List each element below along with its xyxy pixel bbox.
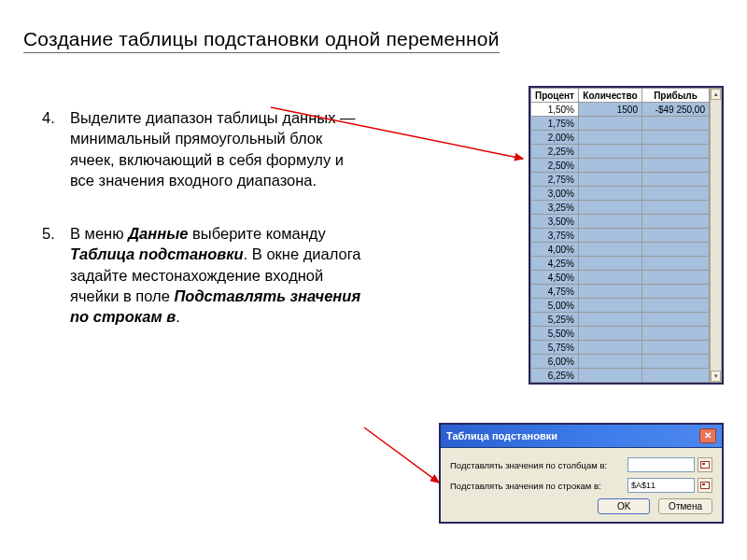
table-row: 5,75% <box>530 341 709 355</box>
cell-empty <box>579 327 642 341</box>
instruction-text: Выделите диапазон таблицы данных — миним… <box>70 107 369 190</box>
instruction-5: 5. В меню Данные выберите команду Таблиц… <box>42 223 369 327</box>
close-icon[interactable]: ✕ <box>699 428 716 443</box>
cell-percent: 2,50% <box>530 159 578 173</box>
page-title: Создание таблицы подстановки одной перем… <box>23 28 500 53</box>
header-profit: Прибыль <box>642 89 710 103</box>
cell-empty <box>642 187 710 201</box>
cell-empty <box>579 341 642 355</box>
dialog-row-rows: Подставлять значения по строкам в: <box>450 478 712 493</box>
cell-percent: 1,75% <box>530 117 578 131</box>
input-columns[interactable] <box>627 457 695 472</box>
cell-empty <box>642 257 710 271</box>
cell-empty <box>579 271 642 285</box>
table-row: 4,75% <box>530 285 709 299</box>
cell-empty <box>642 313 710 327</box>
cell-percent: 3,50% <box>530 215 578 229</box>
table-row: 5,50% <box>530 327 709 341</box>
cell-percent: 6,00% <box>530 355 578 369</box>
cell-percent: 6,25% <box>530 369 578 383</box>
range-picker-icon[interactable] <box>698 457 712 472</box>
instruction-4: 4. Выделите диапазон таблицы данных — ми… <box>42 107 369 190</box>
cell-empty <box>579 131 642 145</box>
cell-empty <box>642 299 710 313</box>
cell-empty <box>579 215 642 229</box>
cell-empty <box>642 131 710 145</box>
scroll-up-button[interactable]: ▴ <box>711 89 721 100</box>
cell-empty <box>642 285 710 299</box>
dialog-row-columns: Подставлять значения по столбцам в: <box>450 457 712 472</box>
cell-empty <box>579 313 642 327</box>
scroll-down-button[interactable]: ▾ <box>711 371 721 382</box>
table-row: 2,75% <box>530 173 709 187</box>
cell-empty <box>579 243 642 257</box>
cell-empty <box>579 173 642 187</box>
input-rows[interactable] <box>627 478 695 493</box>
cell-empty <box>579 187 642 201</box>
cell-qty: 1500 <box>579 103 642 117</box>
cell-percent: 1,50% <box>530 103 578 117</box>
cancel-button[interactable]: Отмена <box>658 498 712 514</box>
table-row: 4,25% <box>530 257 709 271</box>
bold-text: Данные <box>128 225 188 242</box>
instructions: 4. Выделите диапазон таблицы данных — ми… <box>42 107 369 359</box>
dialog-body: Подставлять значения по столбцам в: Подс… <box>441 448 722 522</box>
table-row: 2,50% <box>530 159 709 173</box>
cell-empty <box>579 229 642 243</box>
cell-profit: -$49 250,00 <box>642 103 710 117</box>
label-columns: Подставлять значения по столбцам в: <box>450 460 627 470</box>
dialog-buttons: OK Отмена <box>450 498 712 514</box>
cell-empty <box>642 159 710 173</box>
cell-percent: 4,00% <box>530 243 578 257</box>
table-header-row: Процент Количество Прибыль <box>530 89 709 103</box>
dialog-titlebar: Таблица подстановки ✕ <box>441 425 722 448</box>
dialog-title: Таблица подстановки <box>446 430 557 441</box>
cell-percent: 5,00% <box>530 299 578 313</box>
table-row: 2,00% <box>530 131 709 145</box>
cell-empty <box>579 145 642 159</box>
instruction-num: 5. <box>42 223 70 327</box>
table-row: 1,50% 1500 -$49 250,00 <box>530 103 709 117</box>
cell-percent: 5,25% <box>530 313 578 327</box>
cell-percent: 2,75% <box>530 173 578 187</box>
ok-button[interactable]: OK <box>598 498 650 514</box>
vertical-scrollbar[interactable]: ▴ ▾ <box>710 88 722 383</box>
cell-empty <box>579 201 642 215</box>
text: В меню <box>70 225 128 242</box>
cell-percent: 5,75% <box>530 341 578 355</box>
table-row: 5,25% <box>530 313 709 327</box>
cell-percent: 3,00% <box>530 187 578 201</box>
table-row: 1,75% <box>530 117 709 131</box>
cell-empty <box>642 341 710 355</box>
cell-empty <box>642 173 710 187</box>
cell-percent: 3,25% <box>530 201 578 215</box>
cell-empty <box>579 117 642 131</box>
cell-empty <box>642 145 710 159</box>
cell-percent: 4,25% <box>530 257 578 271</box>
cell-empty <box>642 327 710 341</box>
cell-empty <box>642 243 710 257</box>
table-row: 4,50% <box>530 271 709 285</box>
cell-empty <box>642 201 710 215</box>
cell-empty <box>642 369 710 383</box>
spreadsheet-screenshot: Процент Количество Прибыль 1,50% 1500 -$… <box>529 86 724 385</box>
cell-percent: 4,75% <box>530 285 578 299</box>
cell-percent: 4,50% <box>530 271 578 285</box>
cell-empty <box>642 117 710 131</box>
label-rows: Подставлять значения по строкам в: <box>450 481 627 491</box>
cell-empty <box>579 355 642 369</box>
header-qty: Количество <box>579 89 642 103</box>
header-percent: Процент <box>530 89 578 103</box>
text: выберите команду <box>188 225 325 242</box>
text: . <box>176 308 180 325</box>
cell-empty <box>579 285 642 299</box>
table-row: 3,25% <box>530 201 709 215</box>
cell-empty <box>642 271 710 285</box>
range-picker-icon[interactable] <box>698 478 712 493</box>
cell-empty <box>642 355 710 369</box>
cell-empty <box>642 229 710 243</box>
data-table: Процент Количество Прибыль 1,50% 1500 -$… <box>530 88 710 383</box>
cell-percent: 2,00% <box>530 131 578 145</box>
arrow-2 <box>364 427 439 483</box>
cell-empty <box>579 159 642 173</box>
